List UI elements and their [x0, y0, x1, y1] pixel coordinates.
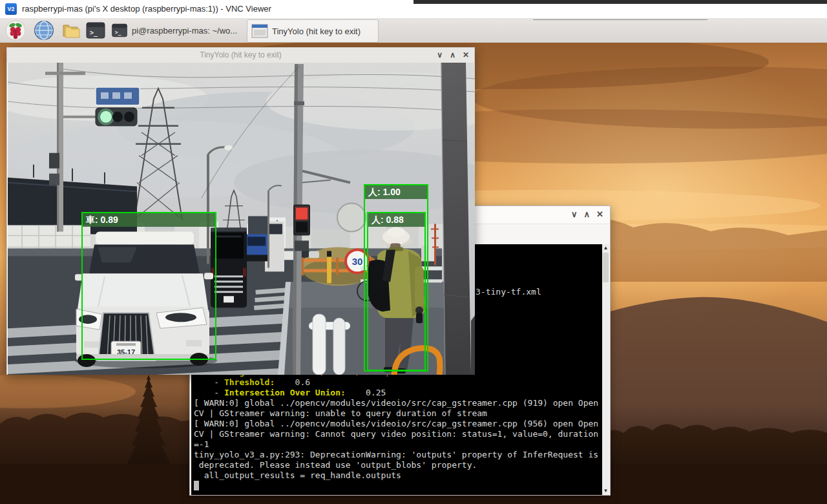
red-light [296, 208, 308, 220]
tray-divider [533, 19, 707, 20]
tinyyolo-shade-button[interactable]: ∨ [437, 48, 443, 63]
terminal-line: =-1 [194, 439, 209, 450]
scrollbar-thumb[interactable] [603, 253, 609, 282]
detection-label: 人: 0.88 [368, 213, 424, 227]
taskbar-task-terminal[interactable]: >_ pi@raspberrypi-mas: ~/wo... [107, 19, 252, 41]
terminal-partial-line: 3-tiny-tf.xml [476, 287, 541, 297]
detection-box-car: 車: 0.89 [81, 212, 216, 360]
terminal-maximize-button[interactable]: ∧ [584, 209, 591, 220]
detection-label: 人: 1.00 [365, 185, 427, 199]
raspberry-menu-icon[interactable] [5, 20, 26, 41]
background-window-edge [414, 0, 827, 4]
terminal-line: CV | GStreamer warning: Cannot query vid… [194, 429, 598, 439]
detection-label: 車: 0.89 [83, 213, 215, 227]
terminal-cursor [194, 481, 199, 490]
terminal-line: CV | GStreamer warning: unable to query … [194, 408, 487, 419]
vnc-window-title: raspberrypi-mas (pi's X desktop (raspber… [22, 4, 271, 14]
terminal-line: deprecated. Please instead use 'output_b… [194, 460, 477, 470]
blue-street-sign [96, 87, 140, 105]
svg-text:>_: >_ [90, 29, 98, 37]
terminal-launcher-icon[interactable]: >_ [85, 20, 106, 41]
terminal-line: - Intersection Over Union: 0.25 [194, 388, 386, 398]
svg-text:30: 30 [352, 256, 363, 267]
terminal-close-button[interactable]: ✕ [596, 209, 603, 220]
terminal-shade-button[interactable]: ∨ [571, 209, 578, 220]
tinyyolo-window[interactable]: TinyYolo (hit key to exit) ∨ ∧ ✕ [6, 47, 475, 375]
tinyyolo-window-title: TinyYolo (hit key to exit) [200, 50, 282, 59]
scroll-up-arrow-icon[interactable]: ▲ [602, 244, 609, 252]
scroll-down-arrow-icon[interactable]: ▼ [602, 487, 609, 495]
traffic-light [96, 108, 137, 126]
terminal-line: [ WARN:0] global ../opencv/modules/video… [194, 419, 598, 429]
task-label: TinyYolo (hit key to exit) [272, 26, 361, 36]
pedestrian-signal [293, 205, 310, 251]
file-manager-icon[interactable] [61, 20, 81, 41]
camera-frame: 35-17 [8, 63, 475, 375]
yellow-pole [327, 251, 331, 283]
terminal-icon: >_ [111, 22, 128, 39]
taskbar-task-tinyyolo[interactable]: TinyYolo (hit key to exit) [247, 19, 379, 43]
window-icon [251, 24, 268, 38]
tinyyolo-titlebar[interactable]: TinyYolo (hit key to exit) ∨ ∧ ✕ [7, 48, 474, 63]
terminal-line: all_output_results = req_handle.outputs [194, 470, 401, 481]
browser-globe-icon[interactable] [34, 20, 54, 41]
terminal-line: tiny_yolo_v3_a.py:293: DeprecationWarnin… [194, 450, 598, 460]
terminal-line: - Threshold: 0.6 [194, 377, 310, 388]
green-light [100, 111, 112, 123]
vnc-logo-icon: V2 [5, 3, 17, 15]
vnc-viewer-screen: V2 raspberrypi-mas (pi's X desktop (rasp… [0, 0, 827, 504]
tinyyolo-maximize-button[interactable]: ∧ [450, 48, 455, 63]
terminal-line: [ WARN:0] global ../opencv/modules/video… [194, 398, 598, 408]
task-label: pi@raspberrypi-mas: ~/wo... [132, 26, 237, 36]
svg-text:>_: >_ [115, 29, 121, 36]
taskbar: >_ >_ pi@raspberrypi-mas: ~/wo... TinyYo… [0, 18, 827, 43]
tinyyolo-close-button[interactable]: ✕ [463, 48, 469, 63]
terminal-scrollbar[interactable]: ▲ ▼ [602, 244, 609, 495]
blue-truck [246, 216, 267, 262]
detection-box-person: 人: 0.88 [367, 212, 426, 371]
